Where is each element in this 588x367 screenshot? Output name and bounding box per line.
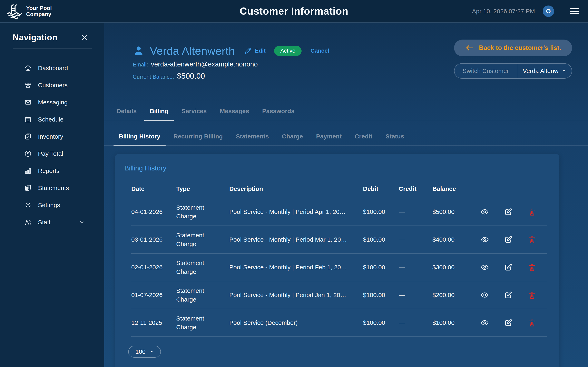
tab-messages[interactable]: Messages — [215, 108, 254, 115]
page-title: Customer Information — [240, 5, 348, 17]
sidebar-item-messaging[interactable]: Messaging — [0, 94, 104, 111]
sidebar-divider — [13, 49, 92, 49]
cell-balance: $500.00 — [432, 208, 479, 215]
company-logo[interactable]: Your Pool Company — [6, 2, 52, 20]
delete-icon[interactable] — [527, 263, 536, 272]
dollar-circle-icon — [24, 150, 32, 158]
tab-details[interactable]: Details — [111, 108, 142, 115]
tab-billing[interactable]: Billing — [144, 108, 174, 115]
cell-date: 12-11-2025 — [131, 319, 176, 326]
cell-type: Statement Charge — [176, 286, 212, 304]
page-size-value: 100 — [135, 348, 146, 355]
close-icon[interactable] — [80, 33, 89, 42]
view-icon[interactable] — [480, 318, 489, 327]
sidebar-item-statements[interactable]: Statements — [0, 179, 104, 197]
table-row: 03-01-2026 Statement Charge Pool Service… — [131, 226, 547, 254]
cell-description: Pool Service - Monthly | Period Jan 1, 2… — [229, 292, 363, 299]
edit-icon[interactable] — [504, 318, 513, 327]
row-actions — [479, 318, 547, 327]
cell-date: 04-01-2026 — [131, 208, 176, 215]
cell-description: Pool Service - Monthly | Period Mar 1, 2… — [229, 236, 363, 243]
cell-debit: $100.00 — [363, 236, 399, 243]
balance-label: Current Balance: — [133, 74, 174, 80]
sidebar-item-label: Staff — [38, 219, 51, 226]
edit-icon[interactable] — [504, 263, 513, 272]
subtab-payment[interactable]: Payment — [311, 133, 347, 140]
delete-icon[interactable] — [527, 207, 536, 216]
subtab-status[interactable]: Status — [380, 133, 410, 140]
edit-icon[interactable] — [504, 207, 513, 216]
sidebar-item-label: Statements — [38, 184, 69, 192]
subtab-credit[interactable]: Credit — [349, 133, 378, 140]
sidebar-item-inventory[interactable]: Inventory — [0, 128, 104, 145]
clipboard-check-icon — [24, 133, 32, 141]
sidebar-item-schedule[interactable]: Schedule — [0, 111, 104, 128]
navigation-sidebar: Navigation Dashboard Customers — [0, 23, 104, 367]
sidebar-item-label: Schedule — [38, 116, 63, 123]
view-icon[interactable] — [480, 207, 489, 216]
cell-type: Statement Charge — [176, 203, 212, 221]
balance-value: $500.00 — [177, 72, 205, 81]
sidebar-item-reports[interactable]: Reports — [0, 162, 104, 179]
edit-customer-button[interactable]: Edit — [244, 47, 266, 55]
billing-history-card: Billing History Date Type Description De… — [115, 154, 559, 367]
cell-type: Statement Charge — [176, 259, 212, 276]
tab-passwords[interactable]: Passwords — [257, 108, 300, 115]
app-root: Your Pool Company Customer Information A… — [0, 0, 588, 367]
customer-select-dropdown[interactable]: Verda Altenw — [517, 64, 572, 78]
table-row: 04-01-2026 Statement Charge Pool Service… — [131, 198, 547, 226]
switch-customer-control[interactable]: Switch Customer Verda Altenw — [454, 63, 572, 79]
cell-description: Pool Service - Monthly | Period Feb 1, 2… — [229, 264, 363, 271]
sidebar-item-label: Settings — [38, 202, 60, 209]
cell-date: 03-01-2026 — [131, 236, 176, 243]
row-actions — [479, 207, 547, 216]
tab-services[interactable]: Services — [176, 108, 212, 115]
email-label: Email: — [133, 62, 148, 68]
edit-icon[interactable] — [504, 291, 513, 300]
sidebar-item-pay-total[interactable]: Pay Total — [0, 145, 104, 162]
view-icon[interactable] — [480, 235, 489, 244]
customer-name: Verda Altenwerth — [150, 44, 235, 57]
cell-description: Pool Service (December) — [229, 319, 363, 326]
subtab-statements[interactable]: Statements — [231, 133, 274, 140]
table-row: 02-01-2026 Statement Charge Pool Service… — [131, 254, 547, 281]
sidebar-item-staff[interactable]: Staff — [0, 214, 104, 231]
view-icon[interactable] — [480, 263, 489, 272]
cancel-link[interactable]: Cancel — [311, 48, 329, 54]
col-header-date: Date — [131, 185, 176, 192]
subtab-recurring-billing[interactable]: Recurring Billing — [168, 133, 228, 140]
sidebar-item-label: Dashboard — [38, 65, 68, 72]
sidebar-item-customers[interactable]: Customers — [0, 77, 104, 94]
col-header-debit: Debit — [363, 185, 399, 192]
users-icon — [24, 81, 32, 89]
sidebar-item-settings[interactable]: Settings — [0, 197, 104, 214]
sidebar-item-dashboard[interactable]: Dashboard — [0, 59, 104, 77]
customer-balance-row: Current Balance: $500.00 — [133, 72, 329, 81]
row-actions — [479, 263, 547, 272]
view-icon[interactable] — [480, 291, 489, 300]
row-actions — [479, 291, 547, 300]
customer-email-row: Email: verda-altenwerth@example.nonono — [133, 60, 329, 68]
user-avatar[interactable]: O — [543, 6, 554, 17]
sidebar-item-label: Pay Total — [38, 150, 63, 157]
top-header-bar: Your Pool Company Customer Information A… — [0, 0, 588, 23]
selected-customer: Verda Altenw — [523, 67, 558, 75]
edit-icon[interactable] — [504, 235, 513, 244]
cell-type: Statement Charge — [176, 314, 212, 332]
company-name: Your Pool Company — [26, 5, 52, 17]
cell-debit: $100.00 — [363, 264, 399, 271]
header-right-group: Apr 10, 2026 07:27 PM O — [472, 6, 580, 17]
hamburger-menu-icon[interactable] — [569, 7, 580, 15]
calendar-icon — [24, 116, 32, 123]
back-to-customers-button[interactable]: Back to the customer's list. — [454, 40, 572, 56]
page-size-select[interactable]: 100 — [128, 346, 161, 358]
subtab-billing-history[interactable]: Billing History — [113, 133, 165, 140]
main-content: Verda Altenwerth Edit Active Cancel Emai… — [104, 23, 588, 367]
subtab-charge[interactable]: Charge — [277, 133, 308, 140]
delete-icon[interactable] — [527, 235, 536, 244]
delete-icon[interactable] — [527, 291, 536, 300]
col-header-balance: Balance — [432, 185, 479, 192]
cell-credit: — — [399, 264, 432, 271]
delete-icon[interactable] — [527, 318, 536, 327]
pencil-icon — [244, 47, 252, 55]
